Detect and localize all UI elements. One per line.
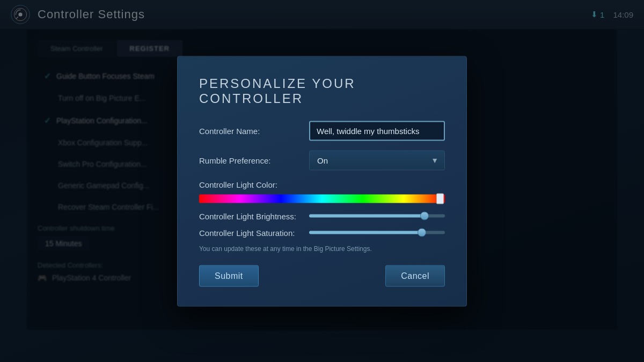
color-slider-thumb[interactable] bbox=[436, 193, 444, 204]
saturation-row: Controller Light Saturation: bbox=[199, 228, 445, 237]
controller-name-input[interactable] bbox=[309, 121, 445, 141]
color-slider-track[interactable] bbox=[199, 194, 445, 203]
rumble-preference-label: Rumble Preference: bbox=[199, 156, 309, 165]
rumble-dropdown-wrapper: On Off Low Medium High ▼ bbox=[309, 150, 445, 170]
brightness-slider-thumb[interactable] bbox=[420, 212, 429, 220]
rumble-dropdown[interactable]: On Off Low Medium High bbox=[309, 150, 445, 170]
submit-button[interactable]: Submit bbox=[199, 265, 259, 286]
brightness-label: Controller Light Brightness: bbox=[199, 211, 309, 220]
controller-light-color-row: Controller Light Color: bbox=[199, 180, 445, 203]
controller-name-label: Controller Name: bbox=[199, 126, 309, 135]
modal-title: PERSONALIZE YOUR CONTROLLER bbox=[199, 76, 445, 106]
button-row: Submit Cancel bbox=[199, 265, 445, 286]
personalize-modal: PERSONALIZE YOUR CONTROLLER Controller N… bbox=[177, 56, 467, 306]
hint-text: You can update these at any time in the … bbox=[199, 245, 445, 252]
rumble-preference-row: Rumble Preference: On Off Low Medium Hig… bbox=[199, 150, 445, 170]
cancel-button[interactable]: Cancel bbox=[385, 265, 445, 286]
saturation-slider-thumb[interactable] bbox=[418, 228, 426, 237]
brightness-row: Controller Light Brightness: bbox=[199, 211, 445, 220]
controller-name-row: Controller Name: bbox=[199, 121, 445, 141]
saturation-slider-track[interactable] bbox=[309, 231, 445, 234]
color-label: Controller Light Color: bbox=[199, 180, 445, 189]
saturation-label: Controller Light Saturation: bbox=[199, 228, 309, 237]
brightness-slider-track[interactable] bbox=[309, 215, 445, 218]
